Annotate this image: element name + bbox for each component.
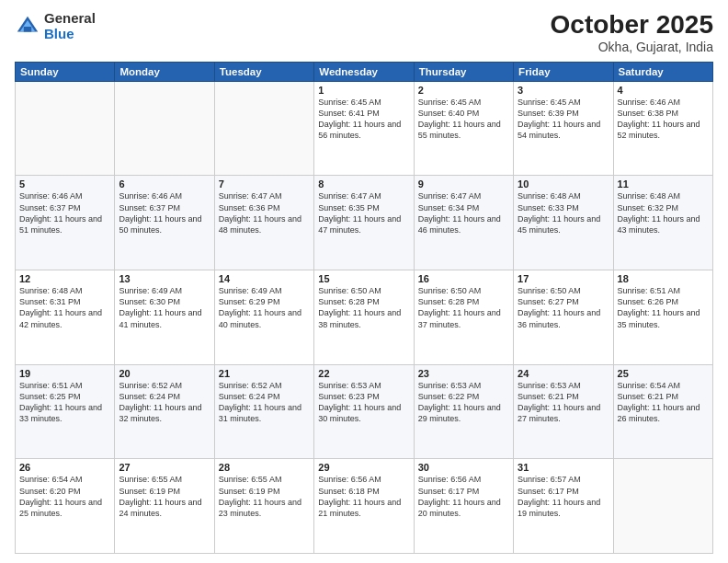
day-number: 10 [518,178,609,190]
calendar-cell: 25Sunrise: 6:54 AMSunset: 6:21 PMDayligh… [613,364,712,459]
sunrise-text: Sunrise: 6:46 AM [618,98,681,107]
col-thursday: Thursday [414,62,513,81]
sunset-text: Sunset: 6:38 PM [618,109,679,118]
daylight-text: Daylight: 11 hours and 45 minutes. [518,214,600,235]
daylight-text: Daylight: 11 hours and 37 minutes. [418,308,501,328]
sunset-text: Sunset: 6:27 PM [518,297,579,306]
calendar-cell: 11Sunrise: 6:48 AMSunset: 6:32 PMDayligh… [613,176,712,270]
day-info: Sunrise: 6:49 AMSunset: 6:29 PMDaylight:… [219,285,310,330]
sunset-text: Sunset: 6:28 PM [418,297,480,306]
daylight-text: Daylight: 11 hours and 36 minutes. [518,308,600,328]
daylight-text: Daylight: 11 hours and 29 minutes. [418,403,501,423]
calendar-cell: 8Sunrise: 6:47 AMSunset: 6:35 PMDaylight… [314,176,414,270]
sunrise-text: Sunrise: 6:47 AM [219,191,282,201]
day-info: Sunrise: 6:46 AMSunset: 6:37 PMDaylight:… [19,190,110,236]
sunset-text: Sunset: 6:35 PM [318,203,380,213]
calendar-cell: 19Sunrise: 6:51 AMSunset: 6:25 PMDayligh… [16,364,115,459]
day-info: Sunrise: 6:51 AMSunset: 6:25 PMDaylight:… [19,380,110,425]
sunset-text: Sunset: 6:37 PM [19,203,81,213]
month-title: October 2025 [551,11,713,40]
calendar-cell: 29Sunrise: 6:56 AMSunset: 6:18 PMDayligh… [314,459,414,554]
sunset-text: Sunset: 6:17 PM [518,487,579,496]
day-number: 23 [418,368,509,379]
col-tuesday: Tuesday [214,62,313,81]
sunrise-text: Sunrise: 6:48 AM [518,191,581,201]
logo-icon [15,14,40,40]
col-saturday: Saturday [613,62,712,81]
calendar-cell [613,459,712,554]
title-block: October 2025 Okha, Gujarat, India [551,11,713,54]
calendar-cell: 5Sunrise: 6:46 AMSunset: 6:37 PMDaylight… [16,176,115,270]
sunrise-text: Sunrise: 6:50 AM [518,286,581,295]
calendar-cell: 22Sunrise: 6:53 AMSunset: 6:23 PMDayligh… [314,364,414,459]
daylight-text: Daylight: 11 hours and 50 minutes. [119,214,201,235]
day-info: Sunrise: 6:56 AMSunset: 6:18 PMDaylight:… [318,474,409,519]
day-info: Sunrise: 6:51 AMSunset: 6:26 PMDaylight:… [618,285,709,330]
sunrise-text: Sunrise: 6:47 AM [318,191,381,201]
day-info: Sunrise: 6:45 AMSunset: 6:39 PMDaylight:… [518,97,609,142]
sunset-text: Sunset: 6:34 PM [418,203,480,213]
sunrise-text: Sunrise: 6:53 AM [518,381,581,390]
day-number: 5 [19,178,110,190]
daylight-text: Daylight: 11 hours and 38 minutes. [318,308,401,328]
day-info: Sunrise: 6:50 AMSunset: 6:28 PMDaylight:… [418,285,509,330]
daylight-text: Daylight: 11 hours and 32 minutes. [119,403,201,423]
day-number: 24 [518,368,609,379]
page: General Blue October 2025 Okha, Gujarat,… [0,0,728,563]
sunrise-text: Sunrise: 6:52 AM [219,381,282,390]
daylight-text: Daylight: 11 hours and 48 minutes. [219,214,301,235]
daylight-text: Daylight: 11 hours and 35 minutes. [618,308,700,328]
calendar-cell: 20Sunrise: 6:52 AMSunset: 6:24 PMDayligh… [115,364,214,459]
sunrise-text: Sunrise: 6:50 AM [318,286,381,295]
day-info: Sunrise: 6:47 AMSunset: 6:34 PMDaylight:… [418,190,509,236]
sunrise-text: Sunrise: 6:46 AM [119,191,182,201]
calendar-cell: 6Sunrise: 6:46 AMSunset: 6:37 PMDaylight… [115,176,214,270]
calendar-cell: 26Sunrise: 6:54 AMSunset: 6:20 PMDayligh… [16,459,115,554]
calendar-cell: 13Sunrise: 6:49 AMSunset: 6:30 PMDayligh… [115,270,214,365]
logo: General Blue [15,11,96,41]
sunrise-text: Sunrise: 6:48 AM [19,286,83,295]
daylight-text: Daylight: 11 hours and 41 minutes. [119,308,201,328]
day-number: 14 [219,273,310,284]
day-number: 29 [318,462,409,473]
calendar-cell: 18Sunrise: 6:51 AMSunset: 6:26 PMDayligh… [613,270,712,365]
col-monday: Monday [115,62,214,81]
calendar-cell: 27Sunrise: 6:55 AMSunset: 6:19 PMDayligh… [115,459,214,554]
day-number: 9 [418,178,509,190]
sunset-text: Sunset: 6:22 PM [418,392,480,401]
day-number: 1 [318,85,409,96]
sunrise-text: Sunrise: 6:53 AM [418,381,482,390]
sunrise-text: Sunrise: 6:48 AM [618,191,681,201]
daylight-text: Daylight: 11 hours and 19 minutes. [518,498,600,518]
col-sunday: Sunday [16,62,115,81]
calendar-cell: 12Sunrise: 6:48 AMSunset: 6:31 PMDayligh… [16,270,115,365]
sunset-text: Sunset: 6:28 PM [318,297,380,306]
header-row: Sunday Monday Tuesday Wednesday Thursday… [16,62,713,81]
sunset-text: Sunset: 6:25 PM [19,392,81,401]
daylight-text: Daylight: 11 hours and 46 minutes. [418,214,501,235]
calendar-cell: 23Sunrise: 6:53 AMSunset: 6:22 PMDayligh… [414,364,513,459]
day-number: 7 [219,178,310,190]
calendar-cell [16,81,115,176]
day-number: 25 [618,368,709,379]
calendar-cell: 16Sunrise: 6:50 AMSunset: 6:28 PMDayligh… [414,270,513,365]
sunset-text: Sunset: 6:26 PM [618,297,679,306]
day-info: Sunrise: 6:55 AMSunset: 6:19 PMDaylight:… [219,474,310,519]
day-info: Sunrise: 6:49 AMSunset: 6:30 PMDaylight:… [119,285,210,330]
calendar-cell: 10Sunrise: 6:48 AMSunset: 6:33 PMDayligh… [514,176,613,270]
daylight-text: Daylight: 11 hours and 40 minutes. [219,308,301,328]
daylight-text: Daylight: 11 hours and 30 minutes. [318,403,401,423]
day-info: Sunrise: 6:54 AMSunset: 6:20 PMDaylight:… [19,474,110,519]
week-row-0: 1Sunrise: 6:45 AMSunset: 6:41 PMDaylight… [16,81,713,176]
day-number: 16 [418,273,509,284]
logo-general-text: General [44,11,96,27]
day-number: 8 [318,178,409,190]
sunset-text: Sunset: 6:17 PM [418,487,480,496]
week-row-1: 5Sunrise: 6:46 AMSunset: 6:37 PMDaylight… [16,176,713,270]
daylight-text: Daylight: 11 hours and 26 minutes. [618,403,700,423]
day-info: Sunrise: 6:57 AMSunset: 6:17 PMDaylight:… [518,474,609,519]
sunrise-text: Sunrise: 6:54 AM [618,381,681,390]
calendar: Sunday Monday Tuesday Wednesday Thursday… [15,62,713,554]
daylight-text: Daylight: 11 hours and 20 minutes. [418,498,501,518]
sunset-text: Sunset: 6:40 PM [418,109,480,118]
